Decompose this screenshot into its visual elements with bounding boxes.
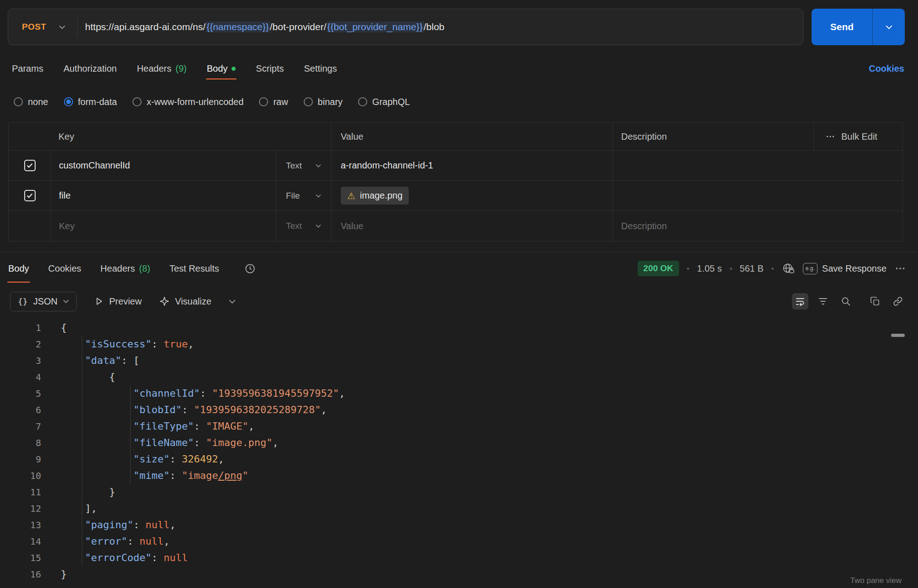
cookies-link[interactable]: Cookies [869,63,904,74]
send-button-group: Send [812,9,905,45]
network-info-button[interactable] [781,262,795,275]
line-number: 15 [0,550,41,566]
url-variable-namespace[interactable]: {{namespace}} [206,21,270,32]
tab-label: Params [12,63,43,74]
value-cell[interactable]: Value [331,211,612,241]
response-size[interactable]: 561 B [740,263,764,274]
url-input[interactable]: https://api.asgard-ai.com/ns/{{namespace… [78,21,803,32]
chevron-down-icon [63,299,69,303]
filter-button[interactable] [815,293,831,310]
method-selector[interactable]: POST [8,9,77,45]
type-selector[interactable]: Text [276,151,331,180]
body-mode-x-www-form-urlencoded[interactable]: x-www-form-urlencoded [132,97,243,107]
response-meta: 200 OK 1.05 s 561 B e.g. Save Response [638,261,906,276]
method-label: POST [22,22,46,32]
response-tab-test-results[interactable]: Test Results [169,252,219,285]
body-mode-binary[interactable]: binary [304,97,343,107]
key-cell[interactable]: customChannelId [51,151,276,180]
code-text: ], [41,500,97,517]
save-example-icon: e.g. [803,263,818,274]
check-icon [26,163,33,168]
wrap-text-button[interactable] [792,293,808,310]
value-cell[interactable]: a-random-channel-id-1 [331,151,612,180]
line-number: 3 [0,352,41,369]
tab-authorization[interactable]: Authorization [63,55,117,82]
code-line: 2 "isSuccess": true, [0,336,918,352]
type-label: File [286,191,300,201]
app: POST https://api.asgard-ai.com/ns/{{name… [0,0,918,588]
body-mode-none[interactable]: none [14,97,48,107]
file-chip[interactable]: ⚠ image.png [341,187,409,205]
description-cell[interactable] [612,151,902,180]
tab-label: Body [207,63,228,74]
link-button[interactable] [890,293,906,310]
response-tabs-row: Body Cookies Headers(8) Test Results 200… [0,252,918,285]
tab-params[interactable]: Params [12,55,43,82]
scrollbar-thumb[interactable] [891,334,905,337]
check-icon [26,193,33,198]
description-cell[interactable]: Description [612,211,902,241]
type-selector[interactable]: File [276,181,331,210]
response-tab-body[interactable]: Body [8,252,29,285]
viewer-more-chevron-icon[interactable] [229,299,236,304]
type-selector[interactable]: Text [276,211,331,241]
search-button[interactable] [838,293,854,310]
value-text: a-random-channel-id-1 [341,160,433,171]
row-checkbox-checked[interactable] [24,190,36,201]
tab-label: Test Results [169,263,219,274]
key-text: file [59,190,71,201]
key-cell[interactable]: file [51,181,276,210]
send-options-button[interactable] [872,9,905,45]
response-body-viewer[interactable]: 1{2 "isSuccess": true,3 "data": [4 {5 "c… [0,320,918,583]
chevron-down-icon [886,25,892,29]
tab-headers[interactable]: Headers(9) [137,55,187,82]
preview-button[interactable]: Preview [94,296,142,307]
description-cell[interactable] [612,181,902,210]
code-text: { [41,369,115,385]
response-tab-headers[interactable]: Headers(8) [100,252,150,285]
key-cell[interactable]: Key [51,211,276,241]
code-line: 6 "blobId": "1939596382025289728", [0,402,918,418]
modified-dot-icon [232,67,236,71]
copy-button[interactable] [867,293,883,310]
response-tabs: Body Cookies Headers(8) Test Results [8,252,256,285]
indent-guide [82,336,82,566]
code-line: 13 "paging": null, [0,517,918,533]
dot-separator [730,268,732,270]
line-number: 14 [0,533,41,550]
table-row-empty: Key Text Value Description [9,211,902,241]
response-more-options-button[interactable] [894,262,906,274]
warning-icon: ⚠ [347,191,355,200]
code-text: "mime": "image/png" [41,467,248,484]
tab-body[interactable]: Body [207,55,236,82]
visualize-button[interactable]: Visualize [159,296,211,307]
code-line: 11 } [0,484,918,500]
status-badge[interactable]: 200 OK [638,261,679,276]
code-line: 9 "size": 326492, [0,451,918,467]
code-line: 12 ], [0,500,918,517]
body-mode-raw[interactable]: raw [259,97,288,107]
code-text: "errorCode": null [41,550,188,566]
line-number: 11 [0,484,41,500]
bulk-edit-label: Bulk Edit [841,131,877,142]
link-icon [892,296,903,307]
send-button[interactable]: Send [812,9,872,45]
url-variable-bot-provider-name[interactable]: {{bot_provider_name}} [327,21,424,32]
response-time[interactable]: 1.05 s [697,263,722,274]
bulk-edit-button[interactable]: Bulk Edit [814,123,902,150]
format-selector[interactable]: {} JSON [10,292,77,311]
response-tab-cookies[interactable]: Cookies [48,252,81,285]
tab-scripts[interactable]: Scripts [256,55,284,82]
code-text: "blobId": "1939596382025289728", [41,402,327,418]
body-mode-graphql[interactable]: GraphQL [358,97,410,107]
tab-settings[interactable]: Settings [304,55,337,82]
code-text: "fileName": "image.png", [41,435,279,451]
key-placeholder: Key [59,221,74,231]
url-text: https://api.asgard-ai.com/ns/ [85,21,206,32]
body-mode-form-data[interactable]: form-data [64,97,117,107]
row-checkbox-checked[interactable] [24,160,36,171]
save-response-button[interactable]: e.g. Save Response [803,263,886,274]
radio-icon [304,97,313,106]
code-text: "fileType": "IMAGE", [41,418,254,435]
response-history-button[interactable] [244,262,256,275]
